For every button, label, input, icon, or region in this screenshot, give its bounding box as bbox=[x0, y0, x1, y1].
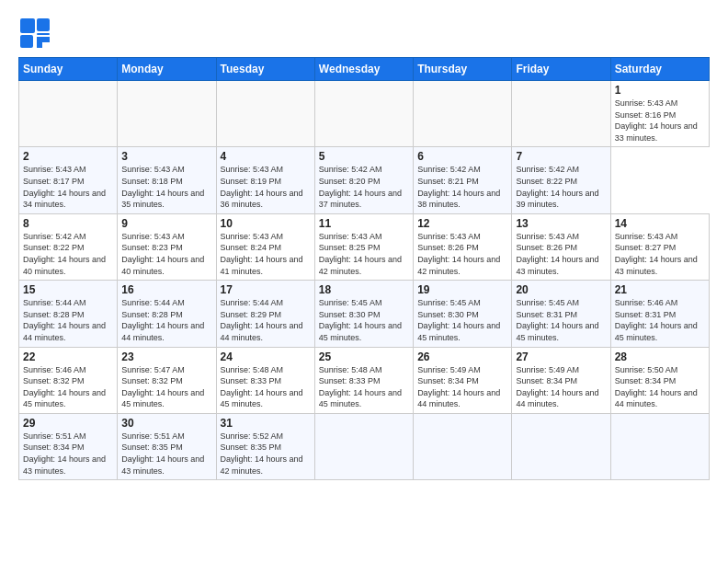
day-cell-4: 4Sunrise: 5:43 AMSunset: 8:19 PMDaylight… bbox=[216, 147, 314, 213]
empty-cell bbox=[216, 81, 314, 147]
empty-cell bbox=[118, 81, 216, 147]
day-cell-21: 21Sunrise: 5:46 AMSunset: 8:31 PMDayligh… bbox=[610, 281, 709, 347]
day-content: Sunrise: 5:45 AMSunset: 8:30 PMDaylight:… bbox=[417, 298, 500, 342]
day-content: Sunrise: 5:47 AMSunset: 8:32 PMDaylight:… bbox=[121, 365, 204, 409]
day-content: Sunrise: 5:48 AMSunset: 8:33 PMDaylight:… bbox=[319, 365, 402, 409]
day-number: 18 bbox=[319, 283, 409, 296]
col-header-saturday: Saturday bbox=[610, 58, 709, 81]
day-cell-25: 25Sunrise: 5:48 AMSunset: 8:33 PMDayligh… bbox=[314, 347, 413, 413]
day-number: 13 bbox=[516, 217, 606, 230]
page: SundayMondayTuesdayWednesdayThursdayFrid… bbox=[0, 0, 728, 563]
day-number: 8 bbox=[23, 217, 113, 230]
day-number: 5 bbox=[319, 150, 409, 163]
day-number: 1 bbox=[615, 84, 705, 97]
empty-cell bbox=[512, 413, 610, 479]
day-cell-29: 29Sunrise: 5:51 AMSunset: 8:34 PMDayligh… bbox=[19, 413, 118, 479]
calendar-table: SundayMondayTuesdayWednesdayThursdayFrid… bbox=[18, 57, 710, 480]
empty-cell bbox=[314, 81, 413, 147]
day-content: Sunrise: 5:46 AMSunset: 8:31 PMDaylight:… bbox=[615, 298, 698, 342]
col-header-wednesday: Wednesday bbox=[314, 58, 413, 81]
col-header-monday: Monday bbox=[118, 58, 216, 81]
day-cell-10: 10Sunrise: 5:43 AMSunset: 8:24 PMDayligh… bbox=[216, 213, 314, 280]
day-content: Sunrise: 5:45 AMSunset: 8:31 PMDaylight:… bbox=[516, 298, 598, 342]
day-number: 29 bbox=[23, 417, 113, 430]
day-content: Sunrise: 5:44 AMSunset: 8:28 PMDaylight:… bbox=[121, 298, 204, 342]
day-number: 15 bbox=[23, 283, 113, 296]
empty-cell bbox=[610, 413, 709, 479]
svg-rect-2 bbox=[20, 35, 33, 48]
day-cell-13: 13Sunrise: 5:43 AMSunset: 8:26 PMDayligh… bbox=[512, 213, 610, 280]
day-cell-23: 23Sunrise: 5:47 AMSunset: 8:32 PMDayligh… bbox=[118, 347, 216, 413]
day-content: Sunrise: 5:45 AMSunset: 8:30 PMDaylight:… bbox=[319, 298, 402, 342]
day-cell-1: 1Sunrise: 5:43 AMSunset: 8:16 PMDaylight… bbox=[610, 81, 709, 147]
day-cell-22: 22Sunrise: 5:46 AMSunset: 8:32 PMDayligh… bbox=[19, 347, 118, 413]
empty-cell bbox=[512, 81, 610, 147]
day-number: 25 bbox=[319, 350, 409, 363]
day-cell-26: 26Sunrise: 5:49 AMSunset: 8:34 PMDayligh… bbox=[414, 347, 512, 413]
day-content: Sunrise: 5:49 AMSunset: 8:34 PMDaylight:… bbox=[516, 365, 598, 409]
header bbox=[18, 17, 710, 50]
day-cell-7: 7Sunrise: 5:42 AMSunset: 8:22 PMDaylight… bbox=[512, 147, 610, 213]
empty-cell bbox=[314, 413, 413, 479]
day-content: Sunrise: 5:49 AMSunset: 8:34 PMDaylight:… bbox=[417, 365, 500, 409]
day-cell-16: 16Sunrise: 5:44 AMSunset: 8:28 PMDayligh… bbox=[118, 281, 216, 347]
svg-rect-0 bbox=[20, 18, 35, 33]
day-cell-18: 18Sunrise: 5:45 AMSunset: 8:30 PMDayligh… bbox=[314, 281, 413, 347]
day-content: Sunrise: 5:43 AMSunset: 8:26 PMDaylight:… bbox=[417, 232, 500, 276]
day-number: 26 bbox=[417, 350, 507, 363]
day-content: Sunrise: 5:43 AMSunset: 8:27 PMDaylight:… bbox=[615, 232, 698, 276]
day-number: 21 bbox=[615, 283, 705, 296]
day-number: 3 bbox=[121, 150, 211, 163]
week-row-6: 29Sunrise: 5:51 AMSunset: 8:34 PMDayligh… bbox=[19, 413, 710, 479]
day-content: Sunrise: 5:43 AMSunset: 8:24 PMDaylight:… bbox=[221, 232, 303, 276]
day-cell-12: 12Sunrise: 5:43 AMSunset: 8:26 PMDayligh… bbox=[414, 213, 512, 280]
empty-cell bbox=[414, 413, 512, 479]
week-row-4: 15Sunrise: 5:44 AMSunset: 8:28 PMDayligh… bbox=[19, 281, 710, 347]
logo-icon bbox=[18, 17, 51, 50]
day-cell-9: 9Sunrise: 5:43 AMSunset: 8:23 PMDaylight… bbox=[118, 213, 216, 280]
day-content: Sunrise: 5:50 AMSunset: 8:34 PMDaylight:… bbox=[615, 365, 698, 409]
day-content: Sunrise: 5:44 AMSunset: 8:28 PMDaylight:… bbox=[23, 298, 106, 342]
day-number: 11 bbox=[319, 217, 409, 230]
day-cell-31: 31Sunrise: 5:52 AMSunset: 8:35 PMDayligh… bbox=[216, 413, 314, 479]
day-cell-2: 2Sunrise: 5:43 AMSunset: 8:17 PMDaylight… bbox=[19, 147, 118, 213]
col-header-tuesday: Tuesday bbox=[216, 58, 314, 81]
day-cell-27: 27Sunrise: 5:49 AMSunset: 8:34 PMDayligh… bbox=[512, 347, 610, 413]
col-header-thursday: Thursday bbox=[414, 58, 512, 81]
week-row-1: 1Sunrise: 5:43 AMSunset: 8:16 PMDaylight… bbox=[19, 81, 710, 147]
day-content: Sunrise: 5:51 AMSunset: 8:35 PMDaylight:… bbox=[121, 431, 204, 476]
day-content: Sunrise: 5:43 AMSunset: 8:16 PMDaylight:… bbox=[615, 98, 698, 143]
day-content: Sunrise: 5:48 AMSunset: 8:33 PMDaylight:… bbox=[221, 365, 303, 409]
day-content: Sunrise: 5:42 AMSunset: 8:21 PMDaylight:… bbox=[417, 165, 500, 209]
day-number: 2 bbox=[23, 150, 113, 163]
day-cell-17: 17Sunrise: 5:44 AMSunset: 8:29 PMDayligh… bbox=[216, 281, 314, 347]
day-content: Sunrise: 5:43 AMSunset: 8:23 PMDaylight:… bbox=[121, 232, 204, 276]
day-cell-11: 11Sunrise: 5:43 AMSunset: 8:25 PMDayligh… bbox=[314, 213, 413, 280]
day-content: Sunrise: 5:43 AMSunset: 8:25 PMDaylight:… bbox=[319, 232, 402, 276]
logo bbox=[18, 17, 55, 50]
day-number: 16 bbox=[121, 283, 211, 296]
day-cell-14: 14Sunrise: 5:43 AMSunset: 8:27 PMDayligh… bbox=[610, 213, 709, 280]
svg-rect-1 bbox=[37, 18, 50, 31]
day-number: 20 bbox=[516, 283, 606, 296]
day-cell-6: 6Sunrise: 5:42 AMSunset: 8:21 PMDaylight… bbox=[414, 147, 512, 213]
day-content: Sunrise: 5:43 AMSunset: 8:18 PMDaylight:… bbox=[121, 165, 204, 209]
day-number: 4 bbox=[221, 150, 311, 163]
day-cell-15: 15Sunrise: 5:44 AMSunset: 8:28 PMDayligh… bbox=[19, 281, 118, 347]
col-header-friday: Friday bbox=[512, 58, 610, 81]
header-row: SundayMondayTuesdayWednesdayThursdayFrid… bbox=[19, 58, 710, 81]
day-content: Sunrise: 5:43 AMSunset: 8:26 PMDaylight:… bbox=[516, 232, 598, 276]
day-cell-5: 5Sunrise: 5:42 AMSunset: 8:20 PMDaylight… bbox=[314, 147, 413, 213]
day-number: 31 bbox=[221, 417, 311, 430]
week-row-3: 8Sunrise: 5:42 AMSunset: 8:22 PMDaylight… bbox=[19, 213, 710, 280]
day-number: 30 bbox=[121, 417, 211, 430]
day-content: Sunrise: 5:46 AMSunset: 8:32 PMDaylight:… bbox=[23, 365, 106, 409]
day-content: Sunrise: 5:43 AMSunset: 8:19 PMDaylight:… bbox=[221, 165, 303, 209]
col-header-sunday: Sunday bbox=[19, 58, 118, 81]
day-cell-19: 19Sunrise: 5:45 AMSunset: 8:30 PMDayligh… bbox=[414, 281, 512, 347]
day-number: 24 bbox=[221, 350, 311, 363]
day-content: Sunrise: 5:52 AMSunset: 8:35 PMDaylight:… bbox=[221, 431, 303, 476]
empty-cell bbox=[19, 81, 118, 147]
svg-rect-3 bbox=[37, 33, 50, 35]
day-content: Sunrise: 5:42 AMSunset: 8:20 PMDaylight:… bbox=[319, 165, 402, 209]
